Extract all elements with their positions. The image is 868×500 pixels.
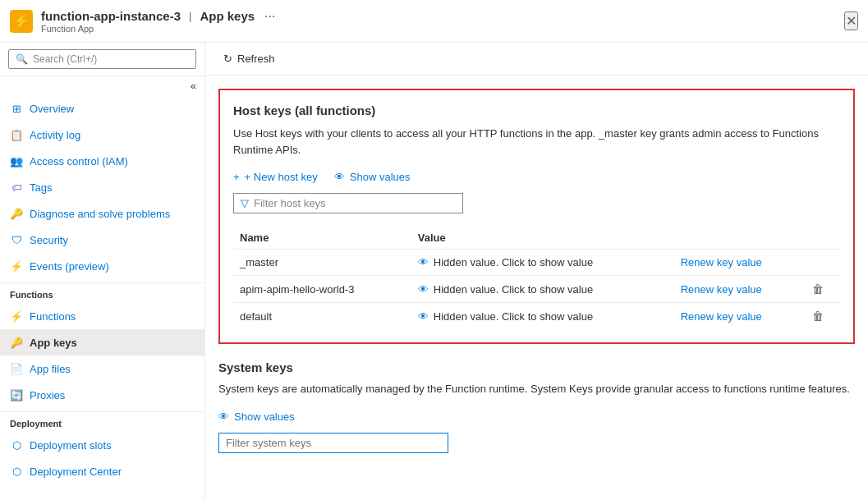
filter-host-keys-input[interactable] bbox=[254, 197, 456, 209]
eye-icon[interactable]: 👁 bbox=[418, 256, 429, 268]
sidebar: 🔍 Search (Ctrl+/) « ⊞ Overview 📋 Activit… bbox=[0, 43, 205, 500]
sidebar-nav: ⊞ Overview 📋 Activity log 👥 Access contr… bbox=[0, 95, 204, 484]
delete-key-button[interactable]: 🗑 bbox=[812, 310, 824, 323]
eye-icon: 👁 bbox=[218, 411, 229, 423]
system-show-values-label: Show values bbox=[234, 411, 295, 423]
table-row: _master 👁 Hidden value. Click to show va… bbox=[233, 250, 840, 276]
sidebar-item-functions[interactable]: ⚡ Functions bbox=[0, 303, 204, 329]
system-keys-section: System keys System keys are automaticall… bbox=[218, 360, 855, 453]
sidebar-item-tags[interactable]: 🏷 Tags bbox=[0, 174, 204, 200]
functions-icon: ⚡ bbox=[10, 310, 23, 323]
new-host-key-button[interactable]: + + New host key bbox=[233, 171, 318, 183]
tags-icon: 🏷 bbox=[10, 181, 23, 194]
sidebar-item-events[interactable]: ⚡ Events (preview) bbox=[0, 253, 204, 279]
more-options-button[interactable]: ··· bbox=[264, 9, 275, 24]
refresh-label: Refresh bbox=[237, 53, 275, 65]
search-placeholder: Search (Ctrl+/) bbox=[33, 53, 97, 65]
filter-host-keys-box[interactable]: ▽ bbox=[233, 193, 463, 213]
sidebar-item-label: Deployment Center bbox=[30, 466, 122, 478]
events-icon: ⚡ bbox=[10, 259, 23, 273]
delete-key-button[interactable]: 🗑 bbox=[812, 282, 824, 296]
security-icon: 🛡 bbox=[10, 233, 23, 246]
sidebar-item-label: Tags bbox=[30, 181, 52, 194]
header-title-group: function-app-instance-3 | App keys ··· F… bbox=[41, 9, 275, 34]
app-name: function-app-instance-3 bbox=[41, 9, 181, 23]
sidebar-item-diagnose[interactable]: 🔑 Diagnose and solve problems bbox=[0, 200, 204, 227]
title-separator: | bbox=[189, 10, 191, 22]
system-keys-title: System keys bbox=[218, 360, 855, 374]
hidden-value-text[interactable]: Hidden value. Click to show value bbox=[434, 283, 593, 296]
sidebar-item-label: Overview bbox=[30, 103, 74, 115]
sidebar-item-label: Deployment slots bbox=[30, 439, 112, 452]
host-keys-section: Host keys (all functions) Use Host keys … bbox=[218, 89, 855, 344]
app-files-icon: 📄 bbox=[10, 362, 23, 375]
system-show-values-button[interactable]: 👁 Show values bbox=[218, 411, 295, 423]
key-value: 👁 Hidden value. Click to show value bbox=[411, 276, 674, 303]
sidebar-item-label: Events (preview) bbox=[30, 260, 109, 273]
sidebar-item-deployment-center[interactable]: ⬡ Deployment Center bbox=[0, 458, 204, 484]
collapse-sidebar-button[interactable]: « bbox=[0, 76, 204, 95]
key-value: 👁 Hidden value. Click to show value bbox=[411, 250, 674, 276]
diagnose-icon: 🔑 bbox=[10, 207, 23, 220]
renew-key-link[interactable]: Renew key value bbox=[681, 283, 762, 296]
eye-icon[interactable]: 👁 bbox=[418, 283, 429, 296]
sidebar-item-label: Diagnose and solve problems bbox=[30, 208, 170, 220]
renew-key-link[interactable]: Renew key value bbox=[681, 310, 762, 323]
host-keys-table: Name Value _master 👁 Hidd bbox=[233, 227, 840, 329]
header: ⚡ function-app-instance-3 | App keys ···… bbox=[0, 0, 868, 43]
hidden-value-text[interactable]: Hidden value. Click to show value bbox=[434, 256, 593, 268]
hidden-value-text[interactable]: Hidden value. Click to show value bbox=[434, 310, 593, 323]
eye-icon[interactable]: 👁 bbox=[418, 310, 429, 323]
filter-system-keys-input[interactable] bbox=[226, 437, 441, 449]
show-values-button[interactable]: 👁 Show values bbox=[334, 171, 411, 183]
functions-section-header: Functions bbox=[0, 282, 204, 303]
refresh-icon: ↻ bbox=[223, 53, 232, 65]
sidebar-item-app-files[interactable]: 📄 App files bbox=[0, 356, 204, 382]
filter-icon: ▽ bbox=[241, 197, 249, 209]
new-host-key-label: + New host key bbox=[245, 171, 318, 183]
plus-icon: + bbox=[233, 171, 240, 183]
sidebar-item-app-keys[interactable]: 🔑 App keys bbox=[0, 329, 204, 356]
resource-type-label: Function App bbox=[41, 24, 275, 34]
name-column-header: Name bbox=[233, 227, 411, 250]
function-app-icon: ⚡ bbox=[10, 10, 33, 33]
access-control-icon: 👥 bbox=[10, 154, 23, 167]
hidden-value-display: 👁 Hidden value. Click to show value bbox=[418, 283, 668, 296]
sidebar-item-security[interactable]: 🛡 Security bbox=[0, 227, 204, 253]
system-keys-description: System keys are automatically managed by… bbox=[218, 381, 855, 397]
sidebar-item-label: Access control (IAM) bbox=[30, 155, 128, 167]
sidebar-item-label: App keys bbox=[30, 337, 77, 349]
renew-key-link[interactable]: Renew key value bbox=[681, 256, 762, 268]
deployment-slots-icon: ⬡ bbox=[10, 438, 23, 452]
header-left: ⚡ function-app-instance-3 | App keys ···… bbox=[10, 9, 275, 34]
host-keys-title: Host keys (all functions) bbox=[233, 103, 840, 117]
search-box[interactable]: 🔍 Search (Ctrl+/) bbox=[8, 49, 196, 69]
main-content: ↻ Refresh Host keys (all functions) Use … bbox=[205, 43, 868, 500]
key-name: default bbox=[233, 303, 411, 330]
close-button[interactable]: ✕ bbox=[844, 11, 858, 30]
table-row: apim-apim-hello-world-3 👁 Hidden value. … bbox=[233, 276, 840, 303]
sidebar-item-overview[interactable]: ⊞ Overview bbox=[0, 95, 204, 122]
main-layout: 🔍 Search (Ctrl+/) « ⊞ Overview 📋 Activit… bbox=[0, 43, 868, 500]
key-name: apim-apim-hello-world-3 bbox=[233, 276, 411, 303]
filter-system-keys-box[interactable] bbox=[218, 433, 448, 453]
sidebar-item-label: Proxies bbox=[30, 389, 65, 401]
sidebar-item-proxies[interactable]: 🔄 Proxies bbox=[0, 382, 204, 408]
show-values-label: Show values bbox=[350, 171, 411, 183]
overview-icon: ⊞ bbox=[10, 102, 23, 115]
sidebar-item-activity-log[interactable]: 📋 Activity log bbox=[0, 122, 204, 148]
table-row: default 👁 Hidden value. Click to show va… bbox=[233, 303, 840, 330]
sidebar-item-access-control[interactable]: 👥 Access control (IAM) bbox=[0, 148, 204, 174]
renew-cell: Renew key value bbox=[674, 303, 806, 330]
key-value: 👁 Hidden value. Click to show value bbox=[411, 303, 674, 330]
deployment-section-header: Deployment bbox=[0, 411, 204, 432]
host-keys-description: Use Host keys with your clients to acces… bbox=[233, 126, 840, 158]
renew-cell: Renew key value bbox=[674, 250, 806, 276]
refresh-button[interactable]: ↻ Refresh bbox=[218, 49, 280, 68]
sidebar-item-label: Activity log bbox=[30, 129, 80, 141]
value-column-header: Value bbox=[411, 227, 674, 250]
sidebar-search-area: 🔍 Search (Ctrl+/) bbox=[0, 43, 204, 76]
sidebar-item-deployment-slots[interactable]: ⬡ Deployment slots bbox=[0, 432, 204, 458]
search-icon: 🔍 bbox=[16, 53, 28, 65]
proxies-icon: 🔄 bbox=[10, 388, 23, 401]
